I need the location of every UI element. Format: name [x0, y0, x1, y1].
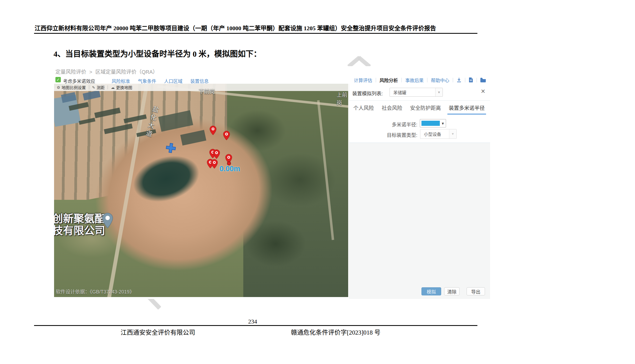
toolbar-divider — [89, 85, 89, 89]
measure-distance-button[interactable]: ✎ 测距 — [92, 85, 105, 90]
map-buildings-layer — [54, 84, 348, 297]
map-center-cross-icon — [166, 143, 176, 153]
map-building — [158, 110, 193, 132]
tab-device-domino-radius[interactable]: 装置多米诺半径 — [449, 104, 485, 111]
map-scale-settings-label: 地图比例设置 — [62, 85, 86, 90]
header-rule — [34, 33, 477, 34]
tab-personal-risk[interactable]: 个人风险 — [353, 104, 374, 111]
target-device-type-select[interactable]: 小型设备 ▼ — [420, 129, 457, 139]
gear-icon: ⚙ — [57, 85, 60, 90]
map-building — [180, 130, 206, 146]
page-number: 234 — [248, 318, 257, 325]
link-population[interactable]: 人口区域 — [164, 77, 182, 84]
map-scale-settings-button[interactable]: ⚙ 地图比例设置 — [57, 85, 86, 90]
download-icon[interactable] — [453, 77, 465, 83]
menu-risk-analysis[interactable]: 风险分析 — [376, 77, 401, 83]
top-menu: 计算评估 风险分析 事故后果 帮助中心 — [350, 77, 489, 83]
map-building — [124, 114, 147, 123]
company-label-line1: 创新聚氨酯 — [54, 213, 105, 225]
measure-distance-label: 测距 — [97, 85, 105, 90]
switch-map-label: 更换地图 — [116, 85, 132, 90]
folder-icon[interactable] — [477, 77, 489, 82]
domino-radius-select[interactable]: ▼ — [420, 119, 446, 127]
breadcrumb-current: 区域定量风险评价（QRA） — [95, 69, 158, 75]
menu-accident-consequence[interactable]: 事故后果 — [402, 77, 427, 83]
place-label-shangqiangang: 上前岗 — [337, 91, 348, 106]
close-icon[interactable]: × — [481, 87, 485, 95]
device-list-value: 苯储罐 — [393, 89, 406, 96]
footer-rule — [34, 325, 477, 326]
map-building — [104, 123, 132, 134]
domino-radius-label: 多米诺半径: — [349, 121, 417, 128]
link-device-info[interactable]: 装置信息 — [190, 77, 209, 84]
report-page: 江西仰立新材料有限公司年产 20000 吨苯二甲胺等项目建设（一期（年产 100… — [0, 0, 635, 364]
target-device-type-label: 目标装置类型: — [349, 131, 417, 138]
tab-safety-distance[interactable]: 安全防护距离 — [410, 104, 441, 111]
breadcrumb-root[interactable]: 定量风险评价 — [55, 69, 86, 75]
panel-body — [349, 143, 490, 299]
qra-app-screenshot: 定量风险评价 > 区域定量风险评价（QRA） ✓ 考虑多米诺效应 风险标准 气象… — [54, 66, 490, 299]
company-label: 创新聚氨酯 技有限公司 — [54, 213, 105, 237]
device-list-select[interactable]: 苯储罐 ▼ — [390, 88, 443, 97]
map-building — [69, 102, 89, 111]
domino-effect-checkbox[interactable]: ✓ — [55, 77, 61, 82]
map-building — [83, 90, 101, 100]
distance-label: 0.00m — [220, 165, 240, 173]
breadcrumb: 定量风险评价 > 区域定量风险评价（QRA） — [55, 68, 159, 75]
chevron-down-icon[interactable]: ▼ — [449, 129, 456, 139]
tab-social-risk[interactable]: 社会风险 — [382, 104, 402, 111]
pencil-icon: ✎ — [92, 85, 95, 90]
map-marker-pin[interactable] — [223, 131, 230, 140]
link-risk-standard[interactable]: 风险标准 — [112, 77, 130, 84]
map-marker-pin[interactable] — [213, 149, 220, 159]
company-label-line2: 技有限公司 — [54, 225, 105, 237]
quick-links: 风险标准 气象条件 人口区域 装置信息 — [112, 77, 209, 84]
breadcrumb-separator: > — [89, 69, 92, 75]
panel-tabs: 个人风险 社会风险 安全防护距离 装置多米诺半径 — [353, 101, 485, 114]
poi-pin-icon[interactable] — [102, 213, 113, 228]
document-icon[interactable] — [465, 77, 477, 83]
place-label-xiaqiangang: 下前岗 — [199, 87, 215, 95]
document-header-title: 江西仰立新材料有限公司年产 20000 吨苯二甲胺等项目建设（一期（年产 100… — [35, 23, 478, 32]
link-weather[interactable]: 气象条件 — [138, 77, 156, 84]
satellite-map[interactable]: ⚙ 地图比例设置 ✎ 测距 ☁ 更换地图 下前岗 上前岗 盐化大道 创新聚氨酯 — [54, 84, 348, 297]
clear-button[interactable]: 清除 — [444, 287, 460, 295]
simulate-button[interactable]: 模拟 — [421, 287, 441, 295]
toolbar-divider — [108, 85, 108, 89]
domino-effect-label: 考虑多米诺效应 — [63, 77, 95, 84]
cloud-icon: ☁ — [111, 85, 115, 90]
chevron-down-icon[interactable]: ▼ — [435, 88, 443, 96]
map-credit: 软件设计依据：《GB/T37243-2019》 — [56, 288, 134, 295]
switch-map-button[interactable]: ☁ 更换地图 — [111, 85, 132, 90]
map-building — [79, 118, 95, 125]
simulation-panel: 装置模拟列表: 苯储罐 ▼ × 个人风险 社会风险 安全防护距离 装置多米诺半径… — [349, 84, 490, 299]
menu-calc-eval[interactable]: 计算评估 — [350, 77, 376, 83]
footer-document-number: 赣通危化条件评价字[2023]018 号 — [291, 327, 381, 336]
map-marker-pin[interactable] — [210, 126, 217, 135]
menu-help-center[interactable]: 帮助中心 — [427, 77, 453, 83]
map-building — [94, 107, 121, 118]
section-heading: 4、当目标装置类型为小型设备时半径为 0 米，模拟图如下： — [54, 48, 261, 59]
domino-radius-selected-value — [421, 121, 440, 126]
target-device-type-value: 小型设备 — [424, 131, 441, 137]
map-marker-pin[interactable] — [211, 159, 218, 169]
footer-company: 江西通安安全评价有限公司 — [121, 327, 195, 336]
map-building — [61, 92, 76, 103]
chevron-down-icon[interactable]: ▼ — [442, 122, 444, 125]
device-list-label: 装置模拟列表: — [352, 90, 383, 97]
export-button[interactable]: 导出 — [467, 287, 485, 295]
